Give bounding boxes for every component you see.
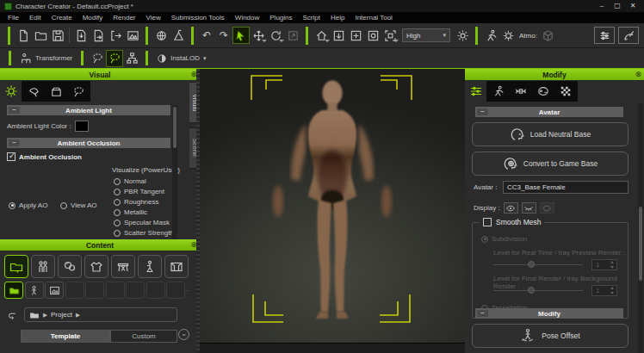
menu-window[interactable]: Window [230,12,264,23]
radio-icon[interactable] [114,178,121,185]
edit-mesh-active-button[interactable] [106,50,123,67]
viewport-3d[interactable] [200,69,465,353]
modify-section-header[interactable]: − Modify [475,308,623,319]
pattern-tab-icon[interactable] [557,83,574,100]
menu-edit[interactable]: Edit [24,12,46,23]
menu-modify[interactable]: Modify [77,12,108,23]
minimize-button[interactable]: – [595,1,609,11]
export-image-button[interactable] [124,27,141,44]
menu-submission-tools[interactable]: Submission Tools [166,12,230,23]
modify-sliders-tab-icon[interactable] [468,83,485,100]
subcategory-folder-button[interactable] [4,282,23,299]
visual-panel-scrollbar[interactable] [172,105,177,239]
ambient-occlusion-checkbox-row[interactable]: Ambient Occlusion [7,152,82,161]
tab-template[interactable]: Template [21,330,110,343]
back-folder-button[interactable] [3,307,21,325]
new-project-button[interactable] [15,27,32,44]
edit-display-tab-icon[interactable] [70,83,87,100]
radio-icon[interactable] [60,202,67,209]
convert-to-game-base-button[interactable]: Convert to Game Base [472,152,629,176]
maximize-button[interactable]: ▢ [610,1,624,11]
radio-icon[interactable] [114,230,121,237]
shadow-tab-icon[interactable] [47,83,65,100]
light-tab-icon[interactable] [25,83,42,100]
lighting-button[interactable] [454,27,471,44]
visual-panel-header[interactable]: Visual ⊗ [0,69,200,80]
rotate-tool-button[interactable] [267,27,284,44]
close-button[interactable]: ✕ [626,1,640,11]
expand-chevron-button[interactable]: ⌄ [178,329,189,340]
visualize-option-metallic[interactable]: Metallic [114,208,147,216]
category-stage-button[interactable] [164,255,189,278]
menu-script[interactable]: Script [298,12,325,23]
radio-icon[interactable] [114,189,121,195]
transform-tab-icon[interactable] [512,83,529,100]
motion-tab-icon[interactable] [490,83,507,100]
category-avatar-button[interactable] [31,255,55,278]
close-panel-icon[interactable]: ⊗ [635,70,641,78]
pose-offset-button[interactable]: Pose Offset [472,324,629,348]
ambient-light-section-header[interactable]: − Ambient Light [7,105,170,115]
export-button[interactable] [107,27,124,44]
final-render-button[interactable] [618,27,639,44]
menu-internal-tool[interactable]: Internal Tool [350,12,397,23]
redo-button[interactable]: ↷ [215,27,232,44]
collapse-icon[interactable]: − [477,108,488,115]
breadcrumb-project[interactable]: Project [51,311,72,319]
edit-mesh-button[interactable] [89,50,106,67]
texture-tab-icon[interactable] [535,83,552,100]
avatar-name-field[interactable] [503,181,629,194]
smooth-mesh-row[interactable]: Smooth Mesh [480,218,544,226]
import-avatar-button[interactable] [72,27,90,44]
display-eyelash-button[interactable] [522,202,536,214]
frame-fit-button[interactable] [381,27,399,44]
visualize-option-scatter-strength[interactable]: Scatter Strength [114,229,174,237]
menu-plugins[interactable]: Plugins [264,12,297,23]
quality-dropdown[interactable]: High ▾ [402,28,450,42]
breadcrumb[interactable]: ▶ Project ▶ [24,307,177,322]
radio-icon[interactable] [114,209,121,216]
radio-icon[interactable] [9,202,15,209]
menu-help[interactable]: Help [325,12,350,23]
import-content-button[interactable] [90,27,107,44]
display-eye-button[interactable] [504,202,518,214]
category-motion-button[interactable] [138,255,162,278]
move-tool-button[interactable] [250,27,267,44]
menu-render[interactable]: Render [108,12,140,23]
subcategory-avatar-button[interactable] [25,282,44,299]
render-settings-button[interactable] [594,27,615,44]
camera-down-button[interactable] [330,27,347,44]
bake-button[interactable] [170,27,187,44]
apply-ao-radio-row[interactable]: Apply AO [9,201,47,209]
collapse-icon[interactable]: − [9,107,20,114]
visualize-option-normal[interactable]: Normal [114,177,146,185]
open-project-button[interactable] [32,27,49,44]
undo-button[interactable]: ↶ [198,27,215,44]
radio-icon[interactable] [114,220,121,226]
ambient-occlusion-checkbox[interactable] [7,152,15,161]
visualize-option-roughness[interactable]: Roughness [114,198,158,206]
transformer-button[interactable]: Transformer [16,50,76,67]
camera-pan-button[interactable] [347,27,364,44]
category-cloth-button[interactable] [84,255,108,278]
avatar-section-header[interactable]: − Avatar [475,107,623,117]
collapse-icon[interactable]: − [9,139,20,146]
menu-view[interactable]: View [141,12,166,23]
visualize-option-pbr-tangent[interactable]: PBR Tangent [114,188,164,195]
subcategory-image-button[interactable] [45,282,64,299]
render-settings-tab-icon[interactable] [3,83,20,100]
radio-icon[interactable] [114,199,121,206]
atmosphere-gear-icon[interactable] [499,27,517,44]
category-all-files-button[interactable] [4,255,28,278]
home-camera-button[interactable] [313,27,330,44]
scale-tool-button[interactable] [284,27,301,44]
modify-panel-header[interactable]: Modify ⊗ [465,69,644,80]
skeleton-hierarchy-button[interactable] [123,50,140,67]
update-check-button[interactable] [152,27,170,44]
menu-file[interactable]: File [3,12,24,23]
category-accessory-button[interactable] [111,255,135,278]
modify-panel-scrollbar[interactable] [638,103,643,353]
menu-create[interactable]: Create [46,12,77,23]
category-material-button[interactable] [58,255,82,278]
visualize-option-specular-mask[interactable]: Specular Mask [114,219,170,226]
